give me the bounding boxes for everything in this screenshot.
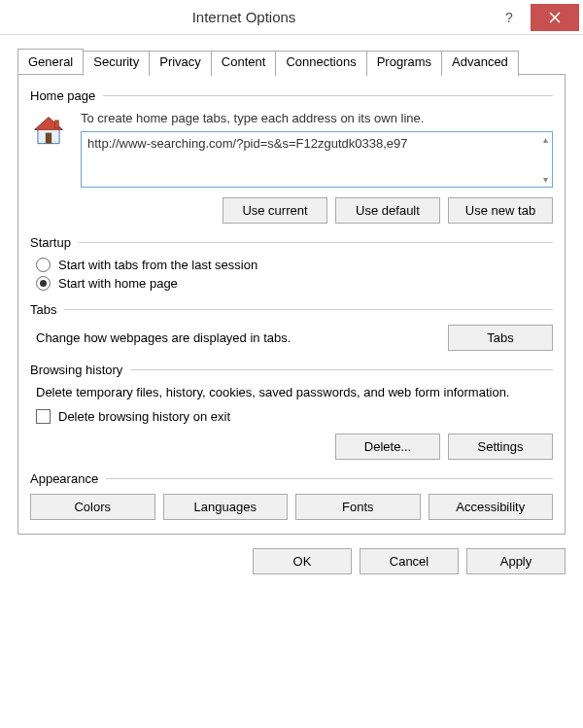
- scroll-up-icon[interactable]: ▴: [543, 134, 548, 145]
- tabs-desc: Change how webpages are displayed in tab…: [36, 330, 432, 345]
- radio-icon: [36, 276, 51, 291]
- history-group-title: Browsing history: [30, 363, 122, 377]
- accessibility-button[interactable]: Accessibility: [429, 494, 554, 520]
- tab-connections[interactable]: Connections: [275, 51, 366, 76]
- delete-on-exit-option[interactable]: Delete browsing history on exit: [36, 409, 553, 424]
- languages-button[interactable]: Languages: [163, 494, 289, 520]
- history-settings-button[interactable]: Settings: [448, 433, 553, 460]
- colors-button[interactable]: Colors: [30, 494, 155, 520]
- homepage-desc: To create home page tabs, type each addr…: [81, 111, 553, 125]
- dialog-footer: OK Cancel Apply: [0, 535, 583, 588]
- startup-last-label: Start with tabs from the last session: [58, 258, 257, 272]
- homepage-url-text: http://www-searching.com/?pid=s&s=F12zgu…: [87, 136, 408, 151]
- startup-last-session-option[interactable]: Start with tabs from the last session: [36, 258, 553, 272]
- use-new-tab-button[interactable]: Use new tab: [448, 197, 553, 224]
- startup-home-label: Start with home page: [58, 276, 178, 291]
- help-icon[interactable]: ?: [488, 4, 531, 31]
- checkbox-icon: [36, 409, 51, 424]
- history-desc: Delete temporary files, history, cookies…: [30, 385, 553, 399]
- tabs-button[interactable]: Tabs: [448, 325, 553, 351]
- tab-content[interactable]: Content: [211, 51, 277, 76]
- general-panel: Home page To create home page tabs, type…: [17, 75, 566, 535]
- close-button[interactable]: [531, 4, 579, 31]
- use-current-button[interactable]: Use current: [223, 197, 327, 224]
- apply-button[interactable]: Apply: [466, 548, 566, 574]
- homepage-url-input[interactable]: http://www-searching.com/?pid=s&s=F12zgu…: [81, 131, 553, 188]
- svg-rect-2: [46, 133, 51, 144]
- scroll-down-icon[interactable]: ▾: [543, 174, 548, 185]
- radio-icon: [36, 258, 51, 272]
- startup-group-title: Startup: [30, 235, 71, 250]
- appearance-group-title: Appearance: [30, 471, 98, 486]
- use-default-button[interactable]: Use default: [335, 197, 440, 224]
- tab-programs[interactable]: Programs: [366, 51, 442, 76]
- home-icon: [30, 111, 69, 188]
- titlebar: Internet Options ?: [0, 0, 583, 35]
- tab-general[interactable]: General: [17, 49, 84, 74]
- tabs-group-title: Tabs: [30, 302, 56, 317]
- tab-privacy[interactable]: Privacy: [149, 51, 212, 76]
- tab-security[interactable]: Security: [83, 51, 150, 76]
- ok-button[interactable]: OK: [253, 548, 352, 574]
- svg-rect-3: [54, 121, 58, 128]
- tab-advanced[interactable]: Advanced: [441, 51, 519, 76]
- homepage-group-title: Home page: [30, 88, 95, 103]
- fonts-button[interactable]: Fonts: [295, 494, 421, 520]
- delete-button[interactable]: Delete...: [335, 433, 440, 460]
- startup-home-page-option[interactable]: Start with home page: [36, 276, 553, 291]
- delete-on-exit-label: Delete browsing history on exit: [58, 409, 230, 424]
- window-title: Internet Options: [0, 9, 488, 25]
- tab-strip: General Security Privacy Content Connect…: [17, 49, 566, 75]
- cancel-button[interactable]: Cancel: [360, 548, 459, 574]
